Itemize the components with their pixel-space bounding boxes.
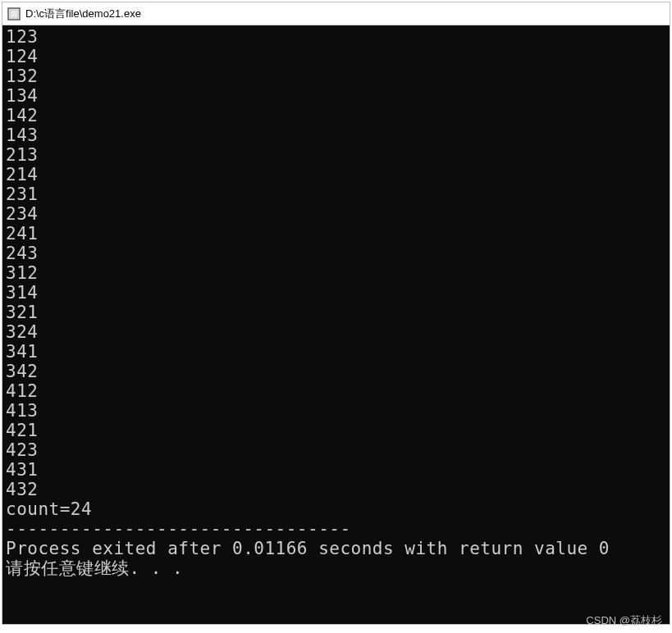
output-line: 321 bbox=[6, 303, 666, 322]
output-separator-line: -------------------------------- bbox=[6, 519, 666, 539]
console-output[interactable]: 123 124 132 134 142 143 213 214 231 234 … bbox=[2, 25, 670, 624]
watermark: CSDN @荔枝杉 bbox=[586, 613, 662, 628]
output-line: 431 bbox=[6, 460, 666, 480]
output-line: 213 bbox=[6, 145, 666, 165]
output-line: 412 bbox=[6, 381, 666, 401]
output-line: 421 bbox=[6, 421, 666, 440]
output-line: 314 bbox=[6, 283, 666, 303]
output-line: 342 bbox=[6, 362, 666, 381]
output-line: 432 bbox=[6, 480, 666, 499]
output-exit-line: Process exited after 0.01166 seconds wit… bbox=[6, 539, 666, 558]
output-line: 231 bbox=[6, 184, 666, 204]
window-title: D:\c语言file\demo21.exe bbox=[25, 7, 141, 21]
output-line: 234 bbox=[6, 204, 666, 224]
output-line: 413 bbox=[6, 401, 666, 421]
output-line: 423 bbox=[6, 440, 666, 460]
app-icon bbox=[7, 7, 21, 20]
output-line: 243 bbox=[6, 244, 666, 263]
output-line: 132 bbox=[6, 66, 666, 86]
output-line: 142 bbox=[6, 106, 666, 125]
output-line: 124 bbox=[6, 47, 666, 66]
output-line: 143 bbox=[6, 125, 666, 145]
output-line: 214 bbox=[6, 165, 666, 184]
console-window: D:\c语言file\demo21.exe 123 124 132 134 14… bbox=[2, 2, 670, 625]
output-line: 341 bbox=[6, 342, 666, 362]
output-line: 324 bbox=[6, 322, 666, 342]
output-line: 312 bbox=[6, 263, 666, 283]
svg-rect-1 bbox=[10, 10, 18, 18]
output-line: 134 bbox=[6, 86, 666, 106]
output-line: 241 bbox=[6, 224, 666, 244]
output-count-line: count=24 bbox=[6, 499, 666, 519]
output-line: 123 bbox=[6, 27, 666, 47]
output-prompt-line: 请按任意键继续. . . bbox=[6, 558, 666, 578]
titlebar[interactable]: D:\c语言file\demo21.exe bbox=[2, 2, 670, 25]
